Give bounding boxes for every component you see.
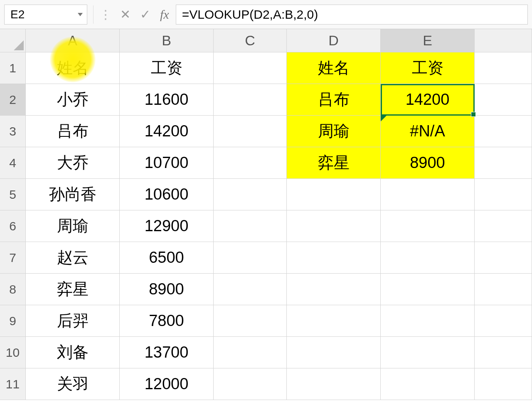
row-header-1[interactable]: 1 — [0, 52, 26, 84]
row-header-4[interactable]: 4 — [0, 147, 26, 179]
cell-reference: E2 — [10, 8, 25, 21]
cell-A2[interactable]: 小乔 — [26, 84, 120, 116]
cell-F9[interactable] — [475, 305, 532, 337]
cell-B11[interactable]: 12000 — [120, 368, 214, 400]
cell-D6[interactable] — [287, 210, 381, 242]
row-header-5[interactable]: 5 — [0, 179, 26, 210]
cell-A1[interactable]: 姓名 — [26, 52, 120, 84]
cell-D8[interactable] — [287, 274, 381, 305]
cell-D10[interactable] — [287, 337, 381, 368]
cell-C4[interactable] — [214, 147, 287, 179]
separator — [93, 5, 94, 24]
formula-input[interactable]: =VLOOKUP(D2,A:B,2,0) — [176, 5, 528, 25]
cell-F1[interactable] — [475, 52, 532, 84]
cell-F10[interactable] — [475, 337, 532, 368]
cell-D2[interactable]: 吕布 — [287, 84, 381, 116]
cell-D1[interactable]: 姓名 — [287, 52, 381, 84]
cell-C6[interactable] — [214, 210, 287, 242]
cell-D7[interactable] — [287, 242, 381, 274]
cell-D5[interactable] — [287, 179, 381, 210]
cell-A4[interactable]: 大乔 — [26, 147, 120, 179]
cell-E4[interactable]: 8900 — [381, 147, 475, 179]
cell-A11[interactable]: 关羽 — [26, 368, 120, 400]
cell-A3[interactable]: 吕布 — [26, 116, 120, 147]
cell-C8[interactable] — [214, 274, 287, 305]
cell-F6[interactable] — [475, 210, 532, 242]
cell-E10[interactable] — [381, 337, 475, 368]
spreadsheet-grid[interactable]: A B C D E 1 姓名 工资 姓名 工资 2 小乔 11600 吕布 14… — [0, 29, 532, 400]
cell-A6[interactable]: 周瑜 — [26, 210, 120, 242]
row-header-3[interactable]: 3 — [0, 116, 26, 147]
cell-E8[interactable] — [381, 274, 475, 305]
cell-F11[interactable] — [475, 368, 532, 400]
cell-D4[interactable]: 弈星 — [287, 147, 381, 179]
name-box[interactable]: E2 — [4, 5, 87, 25]
cell-F3[interactable] — [475, 116, 532, 147]
cell-F2[interactable] — [475, 84, 532, 116]
col-header-A[interactable]: A — [26, 29, 120, 52]
select-all-corner[interactable] — [0, 29, 26, 52]
cell-D3[interactable]: 周瑜 — [287, 116, 381, 147]
more-icon[interactable]: ⋮ — [99, 7, 111, 22]
cell-F5[interactable] — [475, 179, 532, 210]
cell-B9[interactable]: 7800 — [120, 305, 214, 337]
row-header-7[interactable]: 7 — [0, 242, 26, 274]
cancel-formula-button[interactable]: ✕ — [117, 6, 133, 23]
cell-B5[interactable]: 10600 — [120, 179, 214, 210]
cell-E1[interactable]: 工资 — [381, 52, 475, 84]
cell-A10[interactable]: 刘备 — [26, 337, 120, 368]
col-header-blank[interactable] — [475, 29, 532, 52]
cell-B7[interactable]: 6500 — [120, 242, 214, 274]
col-header-C[interactable]: C — [214, 29, 287, 52]
cell-C5[interactable] — [214, 179, 287, 210]
row-header-6[interactable]: 6 — [0, 210, 26, 242]
cell-F8[interactable] — [475, 274, 532, 305]
col-header-B[interactable]: B — [120, 29, 214, 52]
cell-B4[interactable]: 10700 — [120, 147, 214, 179]
spreadsheet-app: E2 ⋮ ✕ ✓ fx =VLOOKUP(D2,A:B,2,0) A B C D… — [0, 0, 532, 415]
cell-E5[interactable] — [381, 179, 475, 210]
cell-B1[interactable]: 工资 — [120, 52, 214, 84]
cell-E7[interactable] — [381, 242, 475, 274]
cell-B2[interactable]: 11600 — [120, 84, 214, 116]
cell-A9[interactable]: 后羿 — [26, 305, 120, 337]
row-header-8[interactable]: 8 — [0, 274, 26, 305]
cell-E6[interactable] — [381, 210, 475, 242]
cell-C1[interactable] — [214, 52, 287, 84]
formula-bar: E2 ⋮ ✕ ✓ fx =VLOOKUP(D2,A:B,2,0) — [0, 0, 532, 29]
cell-A7[interactable]: 赵云 — [26, 242, 120, 274]
row-header-11[interactable]: 11 — [0, 368, 26, 400]
cell-B8[interactable]: 8900 — [120, 274, 214, 305]
cell-C7[interactable] — [214, 242, 287, 274]
cell-B10[interactable]: 13700 — [120, 337, 214, 368]
cell-D11[interactable] — [287, 368, 381, 400]
cell-E9[interactable] — [381, 305, 475, 337]
row-header-10[interactable]: 10 — [0, 337, 26, 368]
cell-A8[interactable]: 弈星 — [26, 274, 120, 305]
cell-C11[interactable] — [214, 368, 287, 400]
cell-E2[interactable]: 14200 — [381, 84, 475, 116]
cell-D9[interactable] — [287, 305, 381, 337]
cell-E3[interactable]: #N/A — [381, 116, 475, 147]
cell-B3[interactable]: 14200 — [120, 116, 214, 147]
cell-A5[interactable]: 孙尚香 — [26, 179, 120, 210]
col-header-D[interactable]: D — [287, 29, 381, 52]
cell-C3[interactable] — [214, 116, 287, 147]
row-header-9[interactable]: 9 — [0, 305, 26, 337]
cell-B6[interactable]: 12900 — [120, 210, 214, 242]
formula-text: =VLOOKUP(D2,A:B,2,0) — [182, 7, 318, 22]
cell-C2[interactable] — [214, 84, 287, 116]
cell-F4[interactable] — [475, 147, 532, 179]
fx-icon[interactable]: fx — [160, 7, 169, 22]
cell-C10[interactable] — [214, 337, 287, 368]
row-header-2[interactable]: 2 — [0, 84, 26, 116]
col-header-E[interactable]: E — [381, 29, 475, 52]
cell-E11[interactable] — [381, 368, 475, 400]
confirm-formula-button[interactable]: ✓ — [137, 6, 153, 23]
cell-F7[interactable] — [475, 242, 532, 274]
name-box-dropdown-icon[interactable] — [78, 13, 83, 16]
cell-C9[interactable] — [214, 305, 287, 337]
